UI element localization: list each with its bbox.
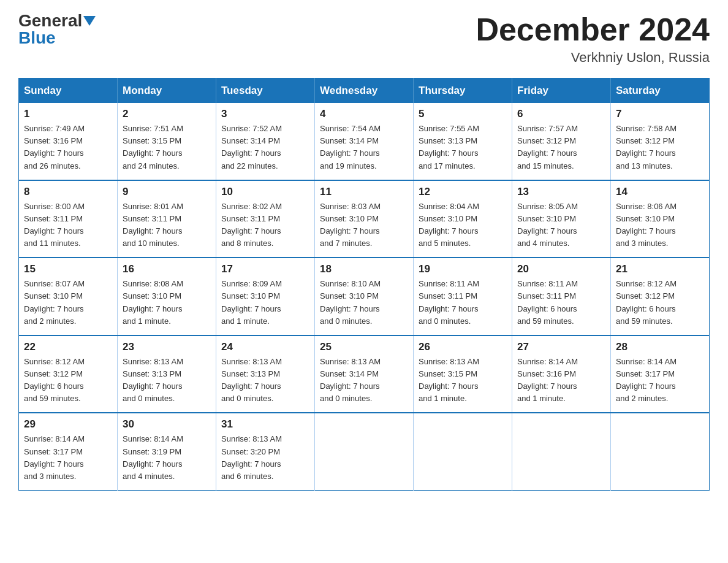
calendar-day-cell: 17Sunrise: 8:09 AM Sunset: 3:10 PM Dayli… — [216, 258, 315, 335]
day-number: 16 — [123, 263, 211, 275]
day-number: 19 — [419, 263, 507, 275]
day-number: 18 — [320, 263, 408, 275]
day-info: Sunrise: 7:58 AM Sunset: 3:12 PM Dayligh… — [616, 123, 704, 172]
calendar-day-cell: 6Sunrise: 7:57 AM Sunset: 3:12 PM Daylig… — [512, 103, 611, 180]
page-header: General Blue December 2024 Verkhniy Uslo… — [18, 12, 710, 66]
day-of-week-header: Monday — [118, 79, 216, 104]
calendar-day-cell: 28Sunrise: 8:14 AM Sunset: 3:17 PM Dayli… — [611, 335, 710, 413]
day-of-week-header: Friday — [512, 79, 611, 104]
calendar-day-cell: 12Sunrise: 8:04 AM Sunset: 3:10 PM Dayli… — [414, 180, 512, 258]
day-of-week-header: Wednesday — [315, 79, 414, 104]
day-number: 28 — [616, 341, 704, 353]
calendar-week-row: 29Sunrise: 8:14 AM Sunset: 3:17 PM Dayli… — [19, 413, 710, 490]
calendar-day-cell: 9Sunrise: 8:01 AM Sunset: 3:11 PM Daylig… — [118, 180, 216, 258]
day-number: 31 — [221, 418, 309, 431]
calendar-day-cell — [512, 413, 611, 490]
header-row: SundayMondayTuesdayWednesdayThursdayFrid… — [19, 79, 710, 104]
calendar-day-cell: 13Sunrise: 8:05 AM Sunset: 3:10 PM Dayli… — [512, 180, 611, 258]
calendar-day-cell: 20Sunrise: 8:11 AM Sunset: 3:11 PM Dayli… — [512, 258, 611, 335]
calendar-day-cell: 15Sunrise: 8:07 AM Sunset: 3:10 PM Dayli… — [19, 258, 118, 335]
calendar-day-cell: 18Sunrise: 8:10 AM Sunset: 3:10 PM Dayli… — [315, 258, 414, 335]
calendar-day-cell — [315, 413, 414, 490]
calendar-header: SundayMondayTuesdayWednesdayThursdayFrid… — [19, 79, 710, 104]
title-section: December 2024 Verkhniy Uslon, Russia — [476, 12, 710, 66]
day-number: 6 — [517, 108, 605, 120]
calendar-week-row: 15Sunrise: 8:07 AM Sunset: 3:10 PM Dayli… — [19, 258, 710, 335]
day-info: Sunrise: 8:10 AM Sunset: 3:10 PM Dayligh… — [320, 278, 408, 327]
logo-triangle-icon — [83, 13, 96, 26]
calendar-day-cell: 11Sunrise: 8:03 AM Sunset: 3:10 PM Dayli… — [315, 180, 414, 258]
day-number: 20 — [517, 263, 605, 275]
calendar-day-cell: 22Sunrise: 8:12 AM Sunset: 3:12 PM Dayli… — [19, 335, 118, 413]
calendar-day-cell: 31Sunrise: 8:13 AM Sunset: 3:20 PM Dayli… — [216, 413, 315, 490]
day-info: Sunrise: 7:54 AM Sunset: 3:14 PM Dayligh… — [320, 123, 408, 172]
day-info: Sunrise: 8:04 AM Sunset: 3:10 PM Dayligh… — [419, 201, 507, 250]
day-info: Sunrise: 8:14 AM Sunset: 3:16 PM Dayligh… — [517, 356, 605, 405]
day-number: 26 — [419, 341, 507, 353]
day-info: Sunrise: 8:06 AM Sunset: 3:10 PM Dayligh… — [616, 201, 704, 250]
day-info: Sunrise: 8:00 AM Sunset: 3:11 PM Dayligh… — [24, 201, 112, 250]
day-info: Sunrise: 8:05 AM Sunset: 3:10 PM Dayligh… — [517, 201, 605, 250]
day-number: 4 — [320, 108, 408, 120]
calendar-day-cell: 21Sunrise: 8:12 AM Sunset: 3:12 PM Dayli… — [611, 258, 710, 335]
calendar-day-cell: 8Sunrise: 8:00 AM Sunset: 3:11 PM Daylig… — [19, 180, 118, 258]
location-text: Verkhniy Uslon, Russia — [476, 50, 710, 66]
calendar-day-cell: 1Sunrise: 7:49 AM Sunset: 3:16 PM Daylig… — [19, 103, 118, 180]
calendar-day-cell: 2Sunrise: 7:51 AM Sunset: 3:15 PM Daylig… — [118, 103, 216, 180]
day-number: 3 — [221, 108, 309, 120]
day-info: Sunrise: 8:14 AM Sunset: 3:19 PM Dayligh… — [123, 433, 211, 483]
day-number: 5 — [419, 108, 507, 120]
day-info: Sunrise: 7:55 AM Sunset: 3:13 PM Dayligh… — [419, 123, 507, 172]
svg-marker-0 — [83, 16, 96, 26]
logo-general-text: General — [18, 12, 82, 29]
day-info: Sunrise: 8:13 AM Sunset: 3:20 PM Dayligh… — [221, 433, 309, 483]
day-of-week-header: Saturday — [611, 79, 710, 104]
day-info: Sunrise: 7:51 AM Sunset: 3:15 PM Dayligh… — [123, 123, 211, 172]
calendar-week-row: 1Sunrise: 7:49 AM Sunset: 3:16 PM Daylig… — [19, 103, 710, 180]
calendar-day-cell: 27Sunrise: 8:14 AM Sunset: 3:16 PM Dayli… — [512, 335, 611, 413]
day-number: 21 — [616, 263, 704, 275]
calendar-day-cell: 23Sunrise: 8:13 AM Sunset: 3:13 PM Dayli… — [118, 335, 216, 413]
day-info: Sunrise: 8:12 AM Sunset: 3:12 PM Dayligh… — [24, 356, 112, 405]
calendar-day-cell: 16Sunrise: 8:08 AM Sunset: 3:10 PM Dayli… — [118, 258, 216, 335]
day-info: Sunrise: 8:08 AM Sunset: 3:10 PM Dayligh… — [123, 278, 211, 327]
calendar-day-cell: 7Sunrise: 7:58 AM Sunset: 3:12 PM Daylig… — [611, 103, 710, 180]
day-number: 23 — [123, 341, 211, 353]
day-info: Sunrise: 8:07 AM Sunset: 3:10 PM Dayligh… — [24, 278, 112, 327]
day-info: Sunrise: 8:14 AM Sunset: 3:17 PM Dayligh… — [24, 433, 112, 483]
day-number: 11 — [320, 186, 408, 198]
day-number: 7 — [616, 108, 704, 120]
day-number: 10 — [221, 186, 309, 198]
calendar-day-cell: 5Sunrise: 7:55 AM Sunset: 3:13 PM Daylig… — [414, 103, 512, 180]
day-info: Sunrise: 8:02 AM Sunset: 3:11 PM Dayligh… — [221, 201, 309, 250]
calendar-day-cell: 19Sunrise: 8:11 AM Sunset: 3:11 PM Dayli… — [414, 258, 512, 335]
calendar-day-cell — [414, 413, 512, 490]
day-info: Sunrise: 7:52 AM Sunset: 3:14 PM Dayligh… — [221, 123, 309, 172]
day-number: 12 — [419, 186, 507, 198]
day-number: 17 — [221, 263, 309, 275]
day-of-week-header: Thursday — [414, 79, 512, 104]
calendar-body: 1Sunrise: 7:49 AM Sunset: 3:16 PM Daylig… — [19, 103, 710, 490]
calendar-day-cell: 29Sunrise: 8:14 AM Sunset: 3:17 PM Dayli… — [19, 413, 118, 490]
day-info: Sunrise: 8:14 AM Sunset: 3:17 PM Dayligh… — [616, 356, 704, 405]
day-number: 24 — [221, 341, 309, 353]
day-number: 15 — [24, 263, 112, 275]
calendar-day-cell: 14Sunrise: 8:06 AM Sunset: 3:10 PM Dayli… — [611, 180, 710, 258]
day-info: Sunrise: 8:13 AM Sunset: 3:13 PM Dayligh… — [221, 356, 309, 405]
day-info: Sunrise: 8:13 AM Sunset: 3:14 PM Dayligh… — [320, 356, 408, 405]
day-number: 14 — [616, 186, 704, 198]
day-info: Sunrise: 8:11 AM Sunset: 3:11 PM Dayligh… — [419, 278, 507, 327]
day-number: 1 — [24, 108, 112, 120]
day-number: 29 — [24, 418, 112, 431]
day-number: 22 — [24, 341, 112, 353]
day-number: 30 — [123, 418, 211, 431]
day-number: 2 — [123, 108, 211, 120]
day-info: Sunrise: 8:13 AM Sunset: 3:15 PM Dayligh… — [419, 356, 507, 405]
day-info: Sunrise: 8:13 AM Sunset: 3:13 PM Dayligh… — [123, 356, 211, 405]
month-title: December 2024 — [476, 12, 710, 47]
calendar-week-row: 8Sunrise: 8:00 AM Sunset: 3:11 PM Daylig… — [19, 180, 710, 258]
calendar-day-cell: 4Sunrise: 7:54 AM Sunset: 3:14 PM Daylig… — [315, 103, 414, 180]
calendar-day-cell: 3Sunrise: 7:52 AM Sunset: 3:14 PM Daylig… — [216, 103, 315, 180]
day-of-week-header: Tuesday — [216, 79, 315, 104]
day-info: Sunrise: 7:57 AM Sunset: 3:12 PM Dayligh… — [517, 123, 605, 172]
